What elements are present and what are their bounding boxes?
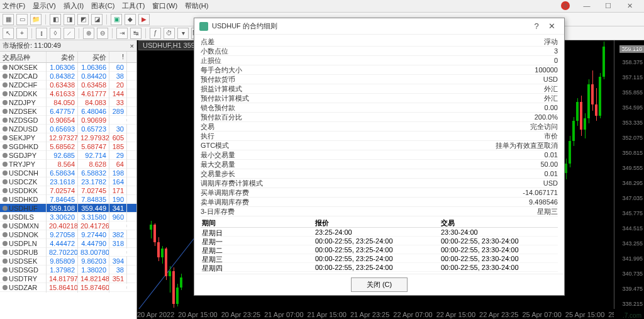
candle [572, 117, 575, 146]
col-spread[interactable]: ! [109, 52, 127, 62]
symbol-row[interactable]: USDZAR15.8641015.87460 [0, 283, 136, 292]
col-symbol[interactable]: 交易品种 [0, 52, 47, 62]
property-row: 预付款百分比200.0% [201, 113, 558, 122]
close-icon[interactable]: ✕ [625, 1, 634, 10]
x-tick: 25 Apr 23:25 [608, 311, 614, 318]
crosshair-icon[interactable]: + [16, 28, 28, 39]
schedule-row: 星期二00:00-22:55, 23:25-24:0000:00-22:55, … [201, 245, 558, 254]
maximize-icon[interactable]: ☐ [604, 1, 613, 10]
x-tick: 25 Apr 07:00 [522, 311, 561, 318]
property-row: 锁仓预付款0.00 [201, 103, 558, 113]
auto-scroll-icon[interactable]: ⇥ [116, 28, 128, 39]
property-row: 3-日库存费星期三 [201, 207, 558, 216]
candle [576, 98, 579, 126]
x-tick: 20 Apr 2022 [137, 311, 174, 318]
sched-col-quote: 报价 [314, 218, 440, 227]
menu-view[interactable]: 显示(V) [33, 1, 56, 11]
menu-file[interactable]: 文件(F) [3, 1, 25, 11]
data-window-icon[interactable]: ◨ [64, 14, 75, 25]
candle [157, 237, 160, 261]
x-axis: 20 Apr 202220 Apr 15:0020 Apr 23:2521 Ap… [137, 309, 614, 319]
templates-icon[interactable]: ▾ [177, 28, 189, 39]
property-row: 最大交易量50.00 [201, 160, 558, 169]
terminal-icon[interactable]: ◪ [91, 14, 103, 25]
property-row: 交易完全访问 [201, 122, 558, 132]
zoom-in-icon[interactable]: ⊕ [83, 28, 94, 39]
candle [172, 267, 175, 308]
property-row: 止损位0 [201, 56, 558, 65]
close-button[interactable]: 关闭 (C) [351, 277, 408, 292]
cursor-icon[interactable]: ↖ [3, 28, 14, 39]
property-row: 预付款计算模式外汇 [201, 94, 558, 103]
property-row: 最小交易量0.01 [201, 150, 558, 160]
dialog-close-icon[interactable]: ✕ [544, 21, 559, 31]
autotrading-icon[interactable]: ▶ [138, 14, 150, 25]
property-row: 执行市价 [201, 132, 558, 141]
y-tick: 358.375 [622, 59, 643, 65]
menu-insert[interactable]: 插入(I) [64, 1, 84, 11]
y-tick: 344.515 [622, 225, 643, 232]
property-row: 损益计算模式外汇 [201, 84, 558, 94]
candle [599, 73, 601, 118]
y-tick: 359.635 [622, 44, 643, 50]
candle [169, 266, 171, 293]
y-tick: 347.035 [622, 195, 643, 201]
property-row: 点差浮动 [201, 37, 558, 47]
y-tick: 341.995 [622, 255, 643, 262]
col-ask[interactable]: 买价 [78, 52, 109, 62]
candle [153, 223, 156, 246]
property-row: 交易量步长0.01 [201, 169, 558, 179]
menu-window[interactable]: 窗口(W) [152, 1, 177, 11]
y-tick: 352.075 [622, 135, 643, 141]
periods-icon[interactable]: ⏱ [164, 28, 175, 39]
indicators-icon[interactable]: ƒ [150, 28, 161, 39]
menu-chart[interactable]: 图表(C) [91, 1, 114, 11]
y-tick: 340.735 [622, 271, 643, 277]
col-bid[interactable]: 卖价 [47, 52, 78, 62]
profile-icon[interactable]: ▭ [16, 14, 28, 25]
chart-shift-icon[interactable]: ↹ [130, 28, 142, 39]
folder-icon[interactable]: 📁 [30, 14, 42, 25]
dialog-icon [199, 22, 208, 31]
x-tick: 20 Apr 15:00 [178, 311, 217, 318]
zoom-out-icon[interactable]: ⊖ [97, 28, 108, 39]
y-tick: 345.775 [622, 210, 643, 216]
notification-badge[interactable]: 3 [561, 1, 570, 10]
dialog-help-icon[interactable]: ? [529, 21, 544, 31]
y-tick: 338.215 [622, 301, 643, 307]
y-tick: 349.555 [622, 165, 643, 171]
line-chart-icon[interactable]: ⟋ [64, 28, 75, 39]
x-tick: 20 Apr 23:25 [221, 311, 260, 318]
y-tick: 353.335 [622, 120, 643, 126]
property-row: 调期库存费计算模式USD [201, 179, 558, 188]
schedule-row: 星期四00:00-22:55, 23:25-24:0000:00-22:55, … [201, 263, 558, 272]
candle [602, 42, 605, 79]
sched-col-trade: 交易 [440, 218, 558, 227]
candle [150, 221, 152, 238]
menu-bar: 文件(F) 显示(V) 插入(I) 图表(C) 工具(T) 窗口(W) 帮助(H… [0, 0, 644, 13]
x-tick: 21 Apr 23:25 [350, 311, 389, 318]
new-order-icon[interactable]: ▣ [111, 14, 122, 25]
candle [587, 79, 590, 123]
candle [565, 159, 567, 180]
navigator-icon[interactable]: ◩ [77, 14, 89, 25]
candle [569, 136, 571, 167]
x-tick: 25 Apr 15:00 [565, 311, 604, 318]
new-chart-icon[interactable]: ▦ [3, 14, 14, 25]
property-row: 小数点位3 [201, 47, 558, 56]
candle-chart-icon[interactable]: ◊ [50, 28, 61, 39]
candle [161, 246, 164, 264]
bar-chart-icon[interactable]: ⫿ [36, 28, 47, 39]
minimize-icon[interactable]: — [582, 1, 591, 10]
candle [591, 70, 594, 111]
menu-help[interactable]: 帮助(H) [185, 1, 208, 11]
market-watch-icon[interactable]: ◧ [50, 14, 61, 25]
market-watch-panel: 市场报价: 11:00:49 × 交易品种 卖价 买价 ! NOKSEK1.06… [0, 40, 137, 319]
panel-close-icon[interactable]: × [130, 42, 134, 50]
metaeditor-icon[interactable]: ◆ [125, 14, 136, 25]
x-tick: 21 Apr 15:00 [308, 311, 347, 318]
candle [165, 247, 167, 280]
y-tick: 339.475 [622, 286, 643, 292]
menu-tools[interactable]: 工具(T) [122, 1, 145, 11]
watermark: .7.com [623, 312, 641, 319]
